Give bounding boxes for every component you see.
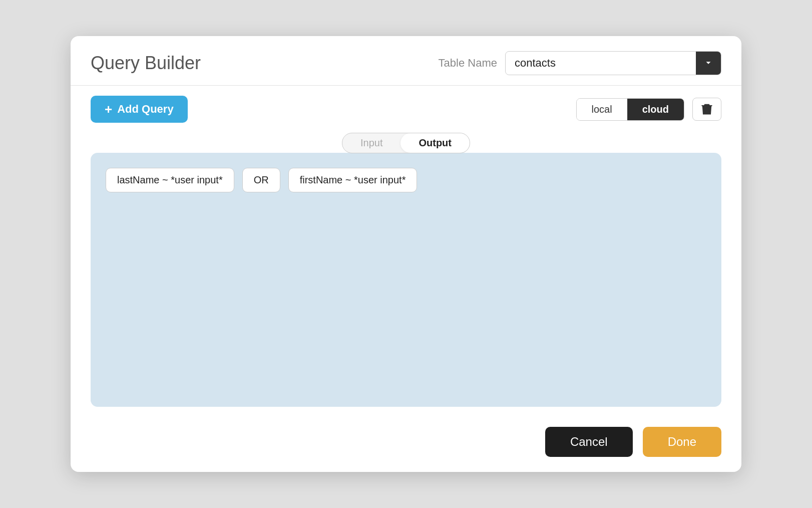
tabs-row: Input Output <box>91 133 721 153</box>
query-section: Input Output lastName ~ *user input* OR … <box>71 133 741 417</box>
table-name-input[interactable] <box>506 52 696 75</box>
done-button[interactable]: Done <box>643 427 721 457</box>
cancel-button[interactable]: Cancel <box>545 427 633 457</box>
toolbar-right: local cloud <box>576 98 721 121</box>
plus-icon: + <box>105 103 112 116</box>
chip-lastname[interactable]: lastName ~ *user input* <box>106 168 234 192</box>
table-name-label: Table Name <box>439 57 497 70</box>
table-name-selector[interactable] <box>505 51 721 75</box>
tab-output[interactable]: Output <box>400 133 470 153</box>
add-query-label: Add Query <box>117 103 173 116</box>
page-title: Query Builder <box>91 53 439 74</box>
footer: Cancel Done <box>71 417 741 472</box>
chevron-down-icon <box>704 59 713 68</box>
add-query-button[interactable]: + Add Query <box>91 96 188 123</box>
chip-firstname[interactable]: firstName ~ *user input* <box>288 168 418 192</box>
table-name-dropdown-button[interactable] <box>696 52 721 75</box>
tab-input[interactable]: Input <box>342 133 400 153</box>
cloud-toggle-button[interactable]: cloud <box>627 99 684 120</box>
delete-button[interactable] <box>692 98 721 121</box>
input-output-tabs: Input Output <box>342 133 470 153</box>
chip-or[interactable]: OR <box>242 168 280 192</box>
local-toggle-button[interactable]: local <box>577 99 627 120</box>
query-canvas: lastName ~ *user input* OR firstName ~ *… <box>91 153 721 407</box>
header: Query Builder Table Name <box>71 36 741 86</box>
query-builder-dialog: Query Builder Table Name + Add Query loc… <box>71 36 741 472</box>
toolbar: + Add Query local cloud <box>71 86 741 133</box>
local-cloud-toggle: local cloud <box>576 98 684 121</box>
trash-icon <box>700 102 714 116</box>
